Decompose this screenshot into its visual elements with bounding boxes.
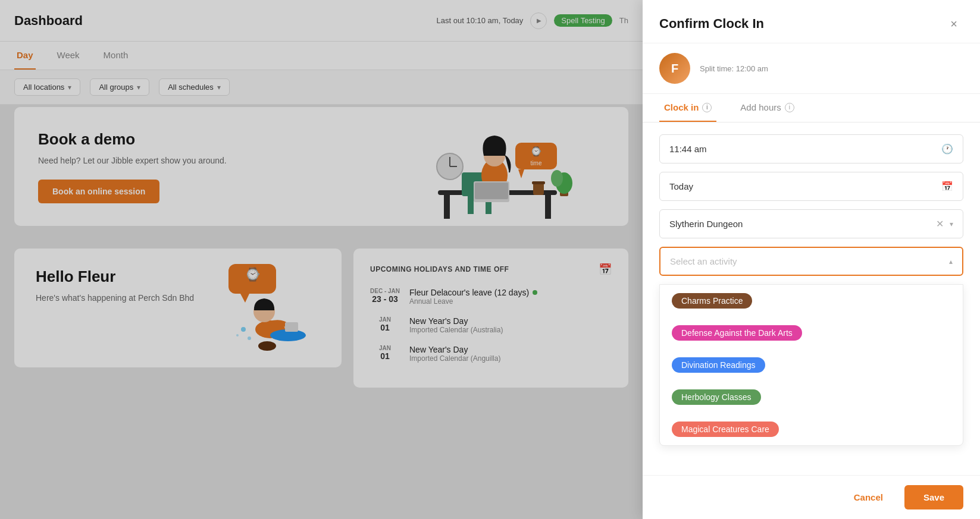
- modal-close-button[interactable]: ×: [944, 14, 963, 33]
- date-input[interactable]: Today 📅: [659, 172, 963, 201]
- activity-chip-herbology: Herbology Classes: [672, 389, 761, 405]
- modal-overlay: [0, 0, 643, 519]
- modal-header: Confirm Clock In ×: [643, 0, 980, 43]
- activity-dropdown: Charms Practice Defense Against the Dark…: [659, 284, 963, 446]
- activity-item-defense[interactable]: Defense Against the Dark Arts: [660, 317, 963, 349]
- time-field-group: 11:44 am 🕐: [659, 134, 963, 163]
- clock-icon: 🕐: [941, 143, 953, 155]
- location-select[interactable]: Slytherin Dungeon ✕ ▾: [659, 209, 963, 238]
- save-button[interactable]: Save: [904, 485, 963, 509]
- cancel-button[interactable]: Cancel: [842, 486, 895, 508]
- clock-in-info-icon[interactable]: i: [702, 103, 712, 112]
- location-dropdown-arrow: ▾: [950, 220, 953, 228]
- tab-add-hours[interactable]: Add hours i: [735, 94, 799, 122]
- calendar-icon: 📅: [941, 181, 953, 192]
- confirm-clockin-modal: Confirm Clock In × F Split time: 12:00 a…: [643, 0, 980, 519]
- modal-footer: Cancel Save: [643, 475, 980, 519]
- activity-item-creatures[interactable]: Magical Creatures Care: [660, 413, 963, 445]
- time-input[interactable]: 11:44 am 🕐: [659, 134, 963, 163]
- date-field-group: Today 📅: [659, 172, 963, 201]
- activity-dropdown-arrow: ▴: [949, 257, 953, 266]
- activity-item-divination[interactable]: Divination Readings: [660, 349, 963, 381]
- modal-title: Confirm Clock In: [659, 16, 764, 32]
- avatar: F: [659, 53, 690, 84]
- avatar-section: F Split time: 12:00 am: [643, 43, 980, 94]
- activity-item-herbology[interactable]: Herbology Classes: [660, 381, 963, 413]
- split-time-text: Split time: 12:00 am: [700, 64, 768, 73]
- modal-tabs: Clock in i Add hours i: [643, 94, 980, 122]
- location-clear-button[interactable]: ✕: [936, 218, 944, 229]
- activity-chip-charms: Charms Practice: [672, 293, 752, 309]
- activity-chip-defense: Defense Against the Dark Arts: [672, 325, 802, 341]
- activity-select[interactable]: Select an activity ▴: [659, 247, 963, 276]
- activity-chip-creatures: Magical Creatures Care: [672, 422, 779, 437]
- avatar-image: F: [659, 53, 690, 84]
- add-hours-info-icon[interactable]: i: [785, 103, 794, 112]
- tab-clock-in[interactable]: Clock in i: [659, 94, 716, 122]
- location-field-group: Slytherin Dungeon ✕ ▾: [659, 209, 963, 238]
- activity-chip-divination: Divination Readings: [672, 357, 765, 373]
- location-select-actions: ✕ ▾: [936, 218, 953, 229]
- activity-item-charms[interactable]: Charms Practice: [660, 285, 963, 317]
- activity-field-group: Select an activity ▴: [659, 247, 963, 276]
- modal-body: 11:44 am 🕐 Today 📅 Slytherin Dungeon ✕ ▾: [643, 122, 980, 475]
